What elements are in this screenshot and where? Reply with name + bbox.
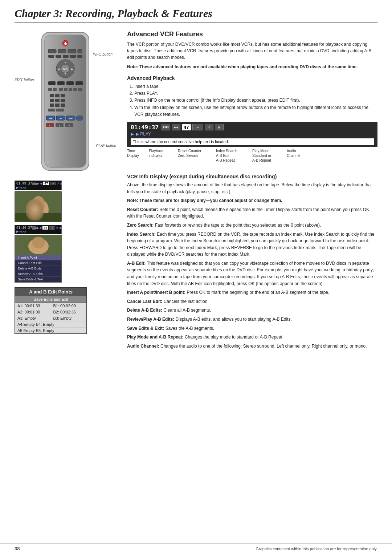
vcr-edit-play-label: ▶ PLAY <box>16 230 26 233</box>
term-ab-edit: A-B Edit: <box>127 261 146 266</box>
svg-rect-6 <box>68 49 76 53</box>
svg-rect-10 <box>63 55 69 58</box>
body-item-delete-ab: Delete A-B Edits: Clears all A-B segment… <box>127 307 377 314</box>
term-delete-ab: Delete A-B Edits: <box>127 308 162 313</box>
vcr-audio-icon: ◉ <box>60 182 62 185</box>
vcr-disp-row2: ▶ ▶ PLAY <box>131 131 374 137</box>
svg-rect-33 <box>61 94 65 97</box>
svg-text:▲: ▲ <box>64 61 67 64</box>
svg-rect-26 <box>59 88 63 91</box>
svg-rect-29 <box>73 88 77 91</box>
term-playmode: Play Mode and A-B Repeat: <box>127 335 184 340</box>
body-item-reset: Reset Counter: Sets the 0 point, which m… <box>127 206 377 220</box>
vcr-play-arrow: ▶ <box>37 182 39 185</box>
vcr-edit-play-arr: ▶◀ <box>37 226 41 230</box>
term-cancel-edit: Cancel Last Edit: <box>127 299 162 304</box>
vcr-disp-num: 47 <box>182 124 191 130</box>
svg-rect-12 <box>77 55 82 58</box>
vcr-features-note: Note: These advanced features are not av… <box>127 64 377 70</box>
vcr-edit-tape-icon: 📼 <box>49 226 55 230</box>
remote-illustration-area: ⏻ <box>15 31 116 177</box>
vcr-thumbnail-edit <box>15 235 62 255</box>
svg-rect-7 <box>78 49 82 53</box>
ab-row-1: A1: 00:01:33 B1: 00:02:00 <box>15 303 86 309</box>
ab-cell-b3: B3: Empty <box>51 315 86 321</box>
diag-label-index: Index SearchA-B EditA-B Repeat <box>216 149 237 163</box>
vcr-disp-icon-3: 📼 <box>192 124 203 130</box>
text-delete-ab: Clears all A-B segments. <box>163 308 211 313</box>
svg-rect-23 <box>75 81 83 85</box>
edit-menu-review[interactable]: Review A-B Edits <box>15 271 61 277</box>
ab-cell-a2: A2: 00:01:00 <box>15 309 51 315</box>
svg-text:⏻: ⏻ <box>64 42 67 45</box>
text-zero: Fast forwards or rewinds the tape to the… <box>155 223 321 228</box>
body-item-audio: Audio Channel: Changes the audio to one … <box>127 343 377 350</box>
text-insert: Press OK to mark the beginning or the en… <box>187 290 329 295</box>
play-button-annotation: PLAY button <box>96 144 116 148</box>
edit-menu-save[interactable]: Save Edits & Text <box>15 277 61 282</box>
vcr-body-items: Reset Counter: Sets the 0 point, which m… <box>127 206 377 350</box>
ab-row-4: A4:Empty B4: Empty <box>15 321 86 328</box>
svg-rect-27 <box>64 88 68 91</box>
text-index: Each time you press RECORD on the VCR, t… <box>127 232 375 257</box>
ab-save-row[interactable]: Save Edits and Exit <box>15 296 86 303</box>
body-item-cancel-edit: Cancel Last Edit: Cancels the last actio… <box>127 298 377 305</box>
playback-step-1: Insert a tape. <box>134 83 377 90</box>
svg-text:OK: OK <box>63 67 68 70</box>
svg-text:⏸: ⏸ <box>68 124 70 127</box>
svg-rect-22 <box>66 81 74 85</box>
vcr-tape-icon: 📼 <box>50 182 56 185</box>
vcr-number-display: 47 <box>43 182 49 185</box>
footer-text: Graphics contained within this publicati… <box>256 547 377 551</box>
vcr-play-label-small: ▶ PLAY <box>16 186 26 189</box>
svg-rect-28 <box>69 88 72 91</box>
diag-label-audio: AudioChannel <box>287 149 300 158</box>
vcr-disp-icons: ▮▮▮▮ ▶◀ 47 📼 ↺ ◉ <box>162 124 223 130</box>
term-reset: Reset Counter: <box>127 207 158 212</box>
svg-rect-4 <box>48 49 56 53</box>
svg-text:▶▶: ▶▶ <box>69 117 73 119</box>
term-insert: Insert A point/Insert B point: <box>127 290 185 295</box>
svg-rect-9 <box>56 55 61 58</box>
body-item-save: Save Edits & Exit: Saves the A-B segment… <box>127 325 377 332</box>
ab-cell-b2: B2: 00:02:35 <box>51 309 86 315</box>
vcr-disp-row1: 01:49:37 ▮▮▮▮ ▶◀ 47 📼 ↺ ◉ <box>131 124 374 131</box>
svg-rect-5 <box>58 49 66 53</box>
svg-text:◀: ◀ <box>57 68 60 71</box>
edit-menu-cancel[interactable]: Cancel Last Edit <box>15 260 61 266</box>
left-column: ⏻ <box>15 31 116 352</box>
diag-label-time: TimeDisplay <box>127 149 139 158</box>
vcr-thumbnail-top <box>15 191 62 222</box>
term-save: Save Edits & Exit: <box>127 326 164 331</box>
vcr-disp-icon-1: ▮▮▮▮ <box>162 124 170 130</box>
vcr-edit-num: 47 <box>42 226 48 230</box>
vcr-edit-icon-1: ▮▮▮▮ <box>32 226 36 230</box>
edit-menu-delete[interactable]: Delete A-B Edits <box>15 266 61 271</box>
remote-control-svg: ⏻ <box>31 31 100 176</box>
vcr-info-note: Note: These items are for display only—y… <box>127 197 377 204</box>
text-playmode: Changes the play mode to standard or A-B… <box>185 335 283 340</box>
svg-rect-25 <box>53 88 57 91</box>
vcr-disp-play-text: ▶ PLAY <box>136 131 151 137</box>
svg-rect-41 <box>56 109 64 112</box>
text-cancel-edit: Cancels the last action. <box>164 299 209 304</box>
vcr-icon-extra: ↺ <box>57 182 59 185</box>
svg-rect-34 <box>50 99 54 102</box>
svg-rect-24 <box>48 88 52 91</box>
vcr-disp-icon-5: ◉ <box>215 124 224 130</box>
svg-rect-31 <box>50 94 54 97</box>
svg-rect-8 <box>48 55 54 58</box>
playback-step-4: With the Info Display on the screen, use… <box>134 104 377 118</box>
playback-steps-list: Insert a tape. Press PLAY. Press INFO on… <box>127 83 377 118</box>
vcr-disp-time: 01:49:37 <box>131 124 159 131</box>
body-item-ab-edit: A-B Edit: This feature was designed so t… <box>127 260 377 287</box>
page-footer: 38 Graphics contained within this public… <box>0 543 392 551</box>
vcr-features-intro: The VCR portion of your DVD/VCR combo wo… <box>127 41 377 61</box>
text-review: Displays A-B edits, and allows you to st… <box>176 317 292 322</box>
edit-menu-insert-a[interactable]: Insert A Point <box>15 255 61 260</box>
svg-rect-32 <box>55 94 60 97</box>
term-index: Index Search: <box>127 232 156 237</box>
ab-row-5: A5:Empty B5: Empty <box>15 328 86 334</box>
vcr-back-arrow: ◀ <box>40 182 42 185</box>
svg-text:REC: REC <box>48 125 53 127</box>
